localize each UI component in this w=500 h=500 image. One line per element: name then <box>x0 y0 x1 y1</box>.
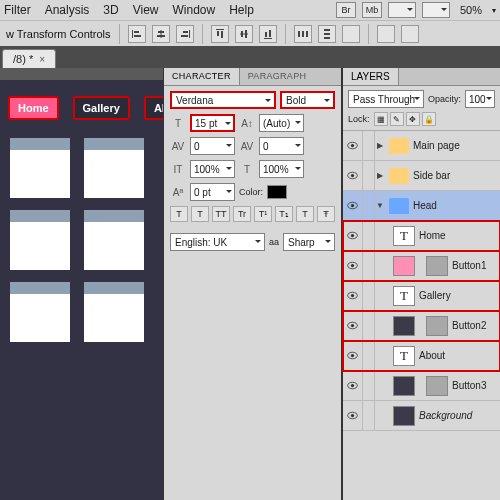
visibility-toggle[interactable] <box>343 341 363 370</box>
close-icon[interactable]: × <box>39 54 45 65</box>
lock-all-icon[interactable]: 🔒 <box>422 112 436 126</box>
menu-filter[interactable]: Filter <box>4 3 31 17</box>
antialias-select[interactable]: Sharp <box>283 233 335 251</box>
language-select[interactable]: English: UK <box>170 233 265 251</box>
faux-btn-4[interactable]: T¹ <box>254 206 272 222</box>
gallery-card <box>84 210 144 270</box>
font-family-select[interactable]: Verdana <box>170 91 276 109</box>
layer-row-background[interactable]: Background <box>343 401 500 431</box>
kerning-icon: AV <box>170 138 186 154</box>
layers-panel: LAYERS Pass Through Opacity: 100 Lock: ▦… <box>342 68 500 500</box>
visibility-toggle[interactable] <box>343 371 363 400</box>
canvas-area[interactable]: Home Gallery About <box>0 68 163 500</box>
blend-mode-select[interactable]: Pass Through <box>348 90 424 108</box>
tracking-input[interactable]: 0 <box>259 137 304 155</box>
svg-rect-20 <box>306 31 308 37</box>
disclosure-arrow-icon[interactable]: ▶ <box>375 171 385 180</box>
faux-btn-2[interactable]: TT <box>212 206 230 222</box>
menu-3d[interactable]: 3D <box>103 3 118 17</box>
opacity-input[interactable]: 100 <box>465 90 495 108</box>
menu-analysis[interactable]: Analysis <box>45 3 90 17</box>
layer-row-gallery[interactable]: T Gallery <box>343 281 500 311</box>
lock-transparency-icon[interactable]: ▦ <box>374 112 388 126</box>
doc-arrange-dropdown[interactable] <box>388 2 416 18</box>
nav-about-button[interactable]: About <box>144 96 163 120</box>
distribute-3-button[interactable] <box>342 25 360 43</box>
nav-home-button[interactable]: Home <box>8 96 59 120</box>
menu-window[interactable]: Window <box>173 3 216 17</box>
layer-row-about[interactable]: T About <box>343 341 500 371</box>
chevron-down-icon: ▾ <box>492 6 496 15</box>
faux-btn-5[interactable]: T₁ <box>275 206 293 222</box>
layer-row-main-page[interactable]: ▶ Main page <box>343 131 500 161</box>
visibility-toggle[interactable] <box>343 251 363 280</box>
disclosure-arrow-icon[interactable]: ▼ <box>375 201 385 210</box>
svg-point-29 <box>351 204 354 207</box>
baseline-shift-input[interactable]: 0 pt <box>190 183 235 201</box>
nav-gallery-button[interactable]: Gallery <box>73 96 130 120</box>
visibility-toggle[interactable] <box>343 221 363 250</box>
font-weight-select[interactable]: Bold <box>280 91 335 109</box>
lock-position-icon[interactable]: ✥ <box>406 112 420 126</box>
vertical-scale-input[interactable]: 100% <box>190 160 235 178</box>
faux-btn-6[interactable]: T <box>296 206 314 222</box>
layer-row-head[interactable]: ▼ Head <box>343 191 500 221</box>
align-left-edges-button[interactable] <box>128 25 146 43</box>
extra-1-button[interactable] <box>377 25 395 43</box>
tab-character[interactable]: CHARACTER <box>164 68 240 85</box>
align-top-button[interactable] <box>211 25 229 43</box>
menu-help[interactable]: Help <box>229 3 254 17</box>
mask-thumb-icon <box>426 376 448 396</box>
layer-row-side-bar[interactable]: ▶ Side bar <box>343 161 500 191</box>
tab-paragraph[interactable]: PARAGRAPH <box>240 68 315 85</box>
layer-row-button1[interactable]: Button1 <box>343 251 500 281</box>
options-bar: w Transform Controls <box>0 20 500 46</box>
distribute-v-button[interactable] <box>318 25 336 43</box>
kerning-value: 0 <box>194 141 200 152</box>
distribute-h-button[interactable] <box>294 25 312 43</box>
text-color-swatch[interactable] <box>267 185 287 199</box>
align-bottom-button[interactable] <box>259 25 277 43</box>
antialias-value: Sharp <box>288 237 315 248</box>
leading-icon: A↕ <box>239 115 255 131</box>
visibility-toggle[interactable] <box>343 131 363 160</box>
visibility-toggle[interactable] <box>343 311 363 340</box>
faux-btn-7[interactable]: Ŧ <box>317 206 335 222</box>
visibility-toggle[interactable] <box>343 401 363 430</box>
font-size-input[interactable]: 15 pt <box>190 114 235 132</box>
svg-point-39 <box>351 354 354 357</box>
screen-mode-dropdown[interactable] <box>422 2 450 18</box>
visibility-toggle[interactable] <box>343 161 363 190</box>
faux-btn-1[interactable]: T <box>191 206 209 222</box>
extra-2-button[interactable] <box>401 25 419 43</box>
svg-rect-8 <box>181 35 188 37</box>
svg-point-25 <box>351 144 354 147</box>
layer-row-home[interactable]: T Home <box>343 221 500 251</box>
zoom-level[interactable]: 50% <box>456 4 486 16</box>
layer-name: Head <box>413 200 500 211</box>
gallery-card <box>84 138 144 198</box>
visibility-toggle[interactable] <box>343 191 363 220</box>
faux-btn-0[interactable]: T <box>170 206 188 222</box>
tab-layers[interactable]: LAYERS <box>343 68 399 85</box>
shape-thumb-icon <box>393 256 415 276</box>
faux-btn-3[interactable]: Tr <box>233 206 251 222</box>
leading-input[interactable]: (Auto) <box>259 114 304 132</box>
align-vcenter-button[interactable] <box>235 25 253 43</box>
menu-view[interactable]: View <box>133 3 159 17</box>
layer-row-button2[interactable]: Button2 <box>343 311 500 341</box>
kerning-input[interactable]: 0 <box>190 137 235 155</box>
align-right-edges-button[interactable] <box>176 25 194 43</box>
visibility-toggle[interactable] <box>343 281 363 310</box>
align-hcenter-button[interactable] <box>152 25 170 43</box>
lock-pixels-icon[interactable]: ✎ <box>390 112 404 126</box>
disclosure-arrow-icon[interactable]: ▶ <box>375 141 385 150</box>
opacity-value: 100 <box>469 94 486 105</box>
svg-rect-11 <box>221 31 223 38</box>
bridge-button[interactable]: Br <box>336 2 356 18</box>
minibridge-button[interactable]: Mb <box>362 2 382 18</box>
horizontal-scale-input[interactable]: 100% <box>259 160 304 178</box>
document-tab[interactable]: /8) * × <box>2 49 56 68</box>
layer-row-button3[interactable]: Button3 <box>343 371 500 401</box>
design-page: Home Gallery About <box>0 80 163 500</box>
